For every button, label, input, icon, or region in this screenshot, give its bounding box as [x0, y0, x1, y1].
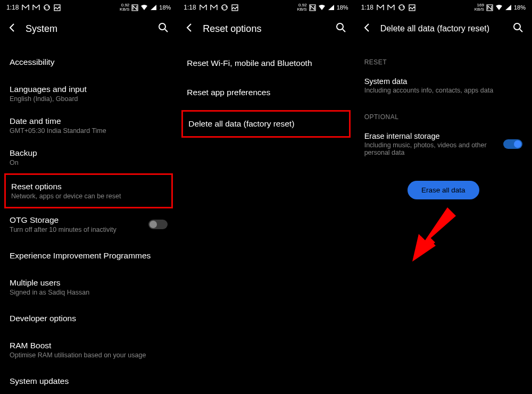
item-languages[interactable]: Languages and input English (India), Gbo… [10, 78, 168, 110]
nfc-icon [131, 4, 138, 11]
status-bar: 1:18 169KB/S 18% [355, 0, 532, 15]
item-subtitle: Including accounts info, contacts, apps … [364, 87, 522, 94]
page-title: System [26, 23, 149, 35]
header: System [0, 15, 177, 43]
item-subtitle: Optimise RAM utilisation based on your u… [10, 351, 168, 359]
image-icon [54, 4, 61, 11]
item-ram-boost[interactable]: RAM Boost Optimise RAM utilisation based… [10, 334, 168, 366]
status-battery: 18% [337, 4, 348, 11]
item-title: Date and time [10, 116, 168, 126]
item-subtitle: English (India), Gboard [10, 95, 168, 103]
svg-marker-9 [417, 209, 454, 257]
item-otg-storage[interactable]: OTG Storage Turn off after 10 minutes of… [10, 208, 168, 240]
factory-reset-content: RESET System data Including accounts inf… [355, 43, 532, 199]
item-title: Reset Wi-Fi, mobile and Bluetooth [187, 58, 345, 68]
item-erase-storage[interactable]: Erase internal storage Including music, … [364, 125, 522, 160]
item-accessibility[interactable]: Accessibility [10, 43, 168, 78]
item-title: Backup [10, 148, 168, 158]
status-data-rate: 169KB/S [475, 3, 484, 12]
item-subtitle: Turn off after 10 minutes of inactivity [10, 226, 117, 233]
item-subtitle: On [10, 159, 168, 166]
item-factory-reset[interactable]: Delete all data (factory reset) [181, 110, 350, 138]
item-system-data: System data Including accounts info, con… [364, 70, 522, 97]
status-bar: 1:18 0.92KB/S 18% [0, 0, 177, 15]
erase-all-data-button[interactable]: Erase all data [408, 181, 479, 199]
item-title: Erase internal storage [364, 132, 497, 140]
status-data-rate: 0.92KB/S [120, 3, 129, 12]
signal-icon [505, 4, 512, 11]
otg-toggle[interactable] [148, 220, 168, 229]
gmail-icon [32, 4, 40, 11]
signal-icon [150, 4, 157, 11]
wifi-icon [318, 4, 326, 11]
item-reset-wifi[interactable]: Reset Wi-Fi, mobile and Bluetooth [187, 43, 345, 81]
sync-icon [221, 4, 228, 11]
gmail-icon [377, 4, 384, 11]
gmail-icon [200, 4, 207, 11]
screen-reset-options: 1:18 0.92KB/S 18% Reset options Reset Wi… [177, 0, 354, 394]
header: Delete all data (factory reset) [355, 15, 532, 43]
section-optional-label: OPTIONAL [364, 97, 522, 125]
settings-content: Accessibility Languages and input Englis… [0, 43, 177, 393]
nfc-icon [309, 4, 316, 11]
wifi-icon [140, 4, 148, 11]
signal-icon [328, 4, 335, 11]
status-battery: 18% [159, 4, 171, 11]
item-title: Experience Improvement Programmes [10, 251, 168, 261]
item-backup[interactable]: Backup On [10, 141, 168, 173]
back-arrow-icon[interactable] [362, 23, 372, 35]
item-subtitle: Signed in as Sadiq Hassan [10, 289, 168, 296]
item-title: System data [364, 77, 522, 86]
item-title: Developer options [10, 314, 168, 323]
section-reset-label: RESET [364, 43, 522, 70]
search-icon[interactable] [336, 22, 346, 35]
item-system-updates[interactable]: System updates [10, 366, 168, 393]
status-time: 1:18 [361, 4, 373, 11]
sync-icon [43, 4, 51, 11]
svg-point-5 [337, 23, 343, 30]
gmail-icon [387, 4, 395, 11]
svg-marker-10 [412, 207, 456, 262]
item-title: Delete all data (factory reset) [188, 119, 343, 129]
item-reset-options[interactable]: Reset options Network, apps or device ca… [4, 173, 173, 208]
item-title: RAM Boost [10, 341, 168, 350]
item-title: OTG Storage [10, 215, 117, 225]
page-title: Reset options [203, 23, 327, 35]
item-subtitle: Network, apps or device can be reset [11, 192, 166, 200]
item-subtitle: GMT+05:30 India Standard Time [10, 127, 168, 135]
back-arrow-icon[interactable] [7, 23, 17, 35]
item-title: Reset options [11, 182, 166, 191]
screen-factory-reset: 1:18 169KB/S 18% Delete all data (factor… [355, 0, 532, 394]
status-time: 1:18 [6, 4, 19, 11]
item-title: Reset app preferences [187, 88, 345, 97]
reset-content: Reset Wi-Fi, mobile and Bluetooth Reset … [177, 43, 354, 138]
image-icon [409, 4, 415, 11]
gmail-icon [22, 4, 29, 11]
header: Reset options [177, 15, 354, 43]
sync-icon [398, 4, 405, 11]
item-title: Accessibility [10, 57, 168, 67]
image-icon [231, 4, 238, 11]
status-time: 1:18 [184, 4, 196, 11]
status-data-rate: 0.92KB/S [297, 3, 306, 12]
svg-point-2 [159, 23, 165, 30]
page-title: Delete all data (factory reset) [380, 24, 504, 33]
search-icon[interactable] [513, 22, 523, 35]
item-multiple-users[interactable]: Multiple users Signed in as Sadiq Hassan [10, 271, 168, 303]
erase-storage-toggle[interactable] [503, 139, 522, 149]
item-title: Multiple users [10, 278, 168, 288]
nfc-icon [486, 4, 493, 11]
item-experience[interactable]: Experience Improvement Programmes [10, 240, 168, 271]
item-date-time[interactable]: Date and time GMT+05:30 India Standard T… [10, 110, 168, 141]
item-developer[interactable]: Developer options [10, 303, 168, 334]
annotation-arrow-icon [401, 204, 459, 265]
item-subtitle: Including music, photos, videos and othe… [364, 141, 497, 156]
back-arrow-icon[interactable] [185, 23, 194, 35]
item-title: Languages and input [10, 85, 168, 94]
svg-point-8 [514, 23, 520, 30]
search-icon[interactable] [158, 22, 169, 35]
screen-system: 1:18 0.92KB/S 18% [0, 0, 177, 394]
item-reset-app-pref[interactable]: Reset app preferences [187, 81, 345, 110]
status-battery: 18% [514, 4, 526, 11]
wifi-icon [495, 4, 503, 11]
